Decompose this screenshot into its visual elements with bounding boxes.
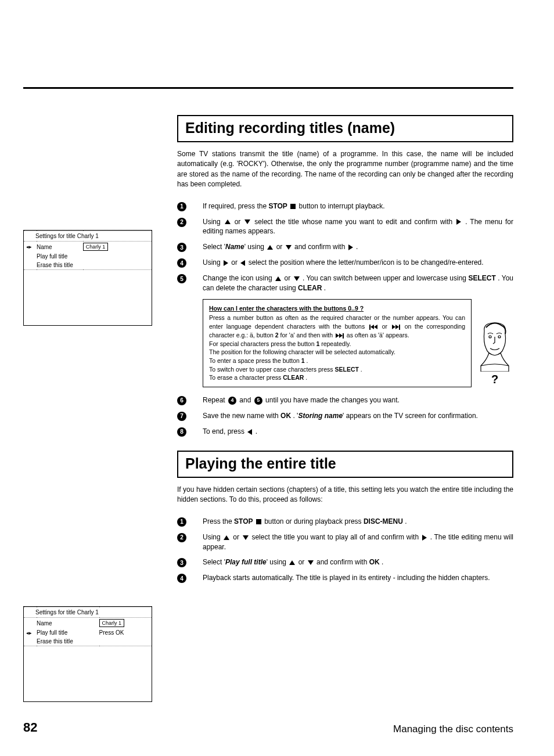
left-column: Settings for title Charly 1 ◂▸ Name Char… (23, 115, 177, 702)
right-column: Editing recording titles (name) Some TV … (177, 115, 513, 702)
edit-intro: Some TV stations transmit the title (nam… (177, 149, 513, 190)
down-icon (243, 535, 249, 540)
osd-row-name-value: Charly 1 (99, 619, 125, 627)
step-number-icon: 5 (177, 274, 186, 283)
osd-row-playfull: Play full title (37, 252, 152, 261)
right-icon (348, 244, 353, 250)
up-icon (289, 560, 295, 565)
step-7-text: Save the new name with OK . 'Storing nam… (203, 411, 513, 421)
step-number-icon: 8 (177, 427, 186, 437)
osd-row-erase: Erase this title (37, 637, 152, 646)
osd-play-title: Settings for title Charly 1 Name Charly … (23, 606, 152, 702)
osd-row-name-label: Name (37, 618, 99, 629)
row-indicator-icon: ◂▸ (24, 628, 37, 637)
step-number-icon: 7 (177, 412, 186, 421)
down-icon (308, 560, 314, 565)
right-icon (456, 219, 461, 225)
row-indicator-icon: ◂▸ (24, 242, 37, 253)
up-icon (224, 535, 229, 540)
skip-fwd-icon (392, 325, 400, 330)
step-number-icon: 4 (177, 258, 186, 268)
down-icon (286, 245, 292, 250)
osd-row-playfull-label: Play full title (37, 628, 99, 637)
osd-header: Settings for title Charly 1 (24, 231, 152, 242)
play-step-3: Select 'Play full title' using or and co… (203, 557, 513, 567)
left-icon (247, 429, 252, 435)
stop-icon (256, 519, 261, 524)
step-6-text: Repeat 4 and 5 until you have made the c… (203, 395, 513, 405)
face-icon (477, 319, 512, 372)
info-box: How can I enter the characters with the … (203, 299, 472, 387)
right-icon (224, 260, 228, 266)
play-steps: 1 Press the STOP button or during playba… (177, 517, 513, 584)
play-step-2: Using or select the title you want to pl… (203, 532, 513, 552)
step-number-icon: 1 (177, 517, 186, 527)
step-ref-icon: 5 (254, 397, 262, 405)
osd-row-erase: Erase this title (37, 261, 152, 270)
play-step-4: Playback starts automatically. The title… (203, 573, 513, 583)
svg-point-0 (489, 336, 491, 338)
play-intro: If you have hidden certain sections (cha… (177, 485, 513, 505)
section-title-edit: Editing recording titles (name) (177, 115, 513, 142)
page: Settings for title Charly 1 ◂▸ Name Char… (0, 0, 554, 756)
stop-icon (290, 204, 296, 209)
edit-steps-cont: 6 Repeat 4 and 5 until you have made the… (177, 395, 513, 437)
step-4-text: Using or select the position where the l… (203, 258, 513, 268)
step-number-icon: 6 (177, 396, 186, 405)
section-title-play: Playing the entire title (177, 451, 513, 478)
page-number: 82 (23, 720, 37, 735)
step-number-icon: 4 (177, 574, 186, 583)
step-1-text: If required, press the STOP button to in… (203, 201, 513, 211)
skip-fwd-icon (336, 333, 344, 339)
question-mark-icon: ? (491, 373, 498, 386)
down-icon (244, 219, 250, 224)
up-icon (225, 219, 231, 224)
left-icon (240, 260, 245, 266)
step-number-icon: 3 (177, 243, 186, 252)
step-ref-icon: 4 (228, 397, 236, 405)
edit-steps: 1 If required, press the STOP button to … (177, 201, 513, 293)
play-step-1: Press the STOP button or during playback… (203, 517, 513, 527)
footer: 82 Managing the disc contents (23, 720, 513, 735)
step-8-text: To end, press . (203, 427, 513, 437)
info-box-header: How can I enter the characters with the … (209, 304, 465, 313)
step-3-text: Select 'Name' using or and confirm with … (203, 242, 513, 252)
step-5-text: Change the icon using or . You can switc… (203, 273, 513, 293)
up-icon (275, 276, 281, 281)
step-2-text: Using or select the title whose name you… (203, 217, 513, 237)
osd-row-playfull-value: Press OK (99, 628, 152, 637)
top-rule (23, 87, 513, 89)
skip-back-icon (369, 325, 377, 330)
step-number-icon: 2 (177, 218, 186, 227)
step-number-icon: 2 (177, 533, 186, 542)
up-icon (267, 245, 273, 250)
down-icon (294, 276, 300, 281)
osd-edit-title: Settings for title Charly 1 ◂▸ Name Char… (23, 230, 152, 326)
osd-header: Settings for title Charly 1 (24, 607, 152, 618)
svg-point-1 (498, 336, 501, 338)
step-number-icon: 3 (177, 558, 186, 567)
chapter-title: Managing the disc contents (393, 723, 513, 735)
right-icon (422, 535, 427, 541)
osd-row-name-value: Charly 1 (83, 243, 109, 251)
step-number-icon: 1 (177, 202, 186, 211)
osd-row-name-label: Name (37, 242, 83, 253)
